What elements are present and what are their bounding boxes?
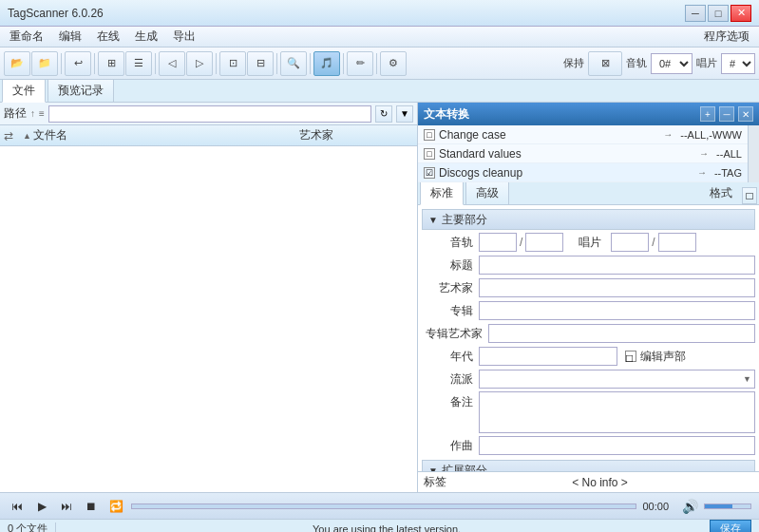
settings-button[interactable]: ⚙ (380, 51, 407, 76)
main-area: 文件 预览记录 路径 ↑ ≡ ↻ ▼ ⇄ ▲ 文件名 艺术家 (0, 80, 759, 492)
close-button[interactable]: ✕ (731, 5, 751, 22)
field-comment[interactable] (479, 391, 755, 433)
menu-export[interactable]: 导出 (165, 27, 203, 47)
section-main-header[interactable]: ▼ 主要部分 (422, 209, 755, 230)
info-bar: 标签 < No info > (418, 471, 759, 492)
edit-voice-label: 编辑声部 (640, 349, 686, 365)
status-separator (55, 522, 56, 533)
file-list[interactable] (0, 146, 417, 492)
field-album-artist[interactable] (488, 324, 755, 343)
transform-checkbox-standard[interactable]: □ (424, 148, 435, 160)
menu-edit[interactable]: 编辑 (51, 27, 89, 47)
tab-preview[interactable]: 预览记录 (47, 79, 114, 102)
select-all-button[interactable]: ⊡ (219, 51, 246, 76)
tab-files[interactable]: 文件 (2, 79, 46, 103)
title-bar: TagScanner 6.0.26 ─ □ ✕ (0, 0, 759, 27)
toolbar: 📂 📁 ↩ ⊞ ☰ ◁ ▷ ⊡ ⊟ 🔍 🎵 ✏ ⚙ 保持 ⊠ 音轨 0# 唱片 … (0, 48, 759, 80)
maximize-button[interactable]: □ (708, 5, 729, 22)
left-panel: 路径 ↑ ≡ ↻ ▼ ⇄ ▲ 文件名 艺术家 (0, 103, 418, 492)
player-stop-button[interactable]: ⏹ (82, 497, 101, 516)
col-filename-header[interactable]: 文件名 (33, 127, 299, 143)
transform-checkbox-change-case[interactable]: □ (424, 129, 435, 141)
save-button[interactable]: 保存 (710, 520, 751, 532)
transform-label-standard: Standard values (439, 147, 692, 161)
right-panel: 文本转换 + ─ ✕ □ Change case → --ALL,-WWW □ (418, 103, 759, 492)
transform-close-button[interactable]: ✕ (738, 106, 753, 122)
content-body: 路径 ↑ ≡ ↻ ▼ ⇄ ▲ 文件名 艺术家 文本转换 (0, 103, 759, 492)
disc-sep: / (649, 236, 657, 249)
transform-add-button[interactable]: + (700, 106, 715, 122)
field-track-num[interactable] (479, 233, 517, 252)
new-folder-button[interactable]: 📁 (31, 51, 58, 76)
player-progress[interactable] (131, 504, 636, 509)
transform-minimize-button[interactable]: ─ (719, 106, 734, 122)
undo-button[interactable]: ↩ (65, 51, 91, 76)
disc-label: 唱片 (693, 56, 720, 70)
field-title[interactable] (479, 256, 755, 275)
section-main-toggle: ▼ (428, 215, 438, 225)
field-label-disc: 唱片 (579, 235, 607, 251)
field-disc-total[interactable] (658, 233, 696, 252)
file-count: 0 个文件 (8, 522, 47, 532)
media-file-button[interactable]: 🎵 (313, 51, 340, 76)
tag-tab-expand-button[interactable]: □ (742, 187, 757, 204)
track-combo[interactable]: 0# (651, 53, 693, 74)
path-label: 路径 (4, 105, 27, 122)
minimize-button[interactable]: ─ (685, 5, 706, 22)
field-label-artist: 艺术家 (422, 280, 479, 296)
path-input[interactable] (48, 105, 371, 123)
toolbar-separator-3 (155, 53, 156, 74)
tag-tab-advanced[interactable]: 高级 (465, 181, 509, 204)
field-row-title: 标题 (422, 255, 755, 276)
transform-checkbox-discogs[interactable]: ☑ (424, 167, 435, 179)
next-button[interactable]: ▷ (186, 51, 213, 76)
transform-item-discogs: ☑ Discogs cleanup → --TAG (418, 163, 748, 182)
tag-list-button[interactable]: ☰ (125, 51, 152, 76)
prev-button[interactable]: ◁ (159, 51, 185, 76)
edit-voice-checkbox[interactable]: □ (625, 351, 636, 362)
keep-button[interactable]: ⊠ (588, 51, 622, 76)
menu-online[interactable]: 在线 (89, 27, 127, 47)
tag-write-button[interactable]: ✏ (347, 51, 373, 76)
field-album[interactable] (479, 301, 755, 320)
player-next-button[interactable]: ⏭ (57, 497, 76, 516)
track-sep: / (517, 236, 525, 249)
tag-tab-format[interactable]: 格式 (700, 182, 742, 204)
field-label-genre: 流派 (422, 371, 479, 388)
window-title: TagScanner 6.0.26 (8, 7, 685, 20)
toolbar-separator-5 (276, 53, 277, 74)
path-refresh-button[interactable]: ↻ (375, 105, 392, 123)
transform-arrow-1: → (699, 148, 709, 159)
open-folder-button[interactable]: 📂 (4, 51, 30, 76)
field-genre[interactable]: ▼ (479, 370, 755, 389)
tag-tab-standard[interactable]: 标准 (420, 181, 464, 205)
col-artist-header[interactable]: 艺术家 (299, 127, 413, 143)
player-play-button[interactable]: ▶ (32, 497, 51, 516)
path-up-button[interactable]: ↑ (30, 108, 35, 119)
shuffle-icon: ⇄ (4, 129, 23, 142)
player-repeat-button[interactable]: 🔁 (106, 497, 125, 516)
section-main-label: 主要部分 (442, 212, 487, 228)
menu-program-options[interactable]: 程序选项 (696, 27, 757, 47)
menu-rename[interactable]: 重命名 (2, 27, 51, 47)
menu-generate[interactable]: 生成 (127, 27, 165, 47)
field-composer[interactable] (479, 436, 755, 455)
transform-header: 文本转换 + ─ ✕ (418, 103, 759, 125)
field-track-total[interactable] (525, 233, 563, 252)
deselect-button[interactable]: ⊟ (247, 51, 274, 76)
field-disc-num[interactable] (611, 233, 649, 252)
field-year[interactable] (479, 347, 617, 366)
toolbar-separator-1 (61, 53, 62, 74)
transform-scrollbar[interactable] (748, 125, 759, 182)
path-sort-button[interactable]: ≡ (39, 108, 45, 119)
transform-label-change-case: Change case (439, 128, 655, 142)
status-bar: 0 个文件 You are using the latest version. … (0, 519, 759, 532)
search-button[interactable]: 🔍 (280, 51, 307, 76)
player-volume[interactable] (704, 504, 751, 509)
disc-combo[interactable]: # (721, 53, 755, 74)
player-prev-button[interactable]: ⏮ (8, 497, 27, 516)
field-artist[interactable] (479, 278, 755, 297)
path-browse-button[interactable]: ▼ (396, 105, 413, 123)
section-extended-header[interactable]: ▼ 扩展部分 (422, 460, 755, 471)
tag-grid-button[interactable]: ⊞ (98, 51, 124, 76)
